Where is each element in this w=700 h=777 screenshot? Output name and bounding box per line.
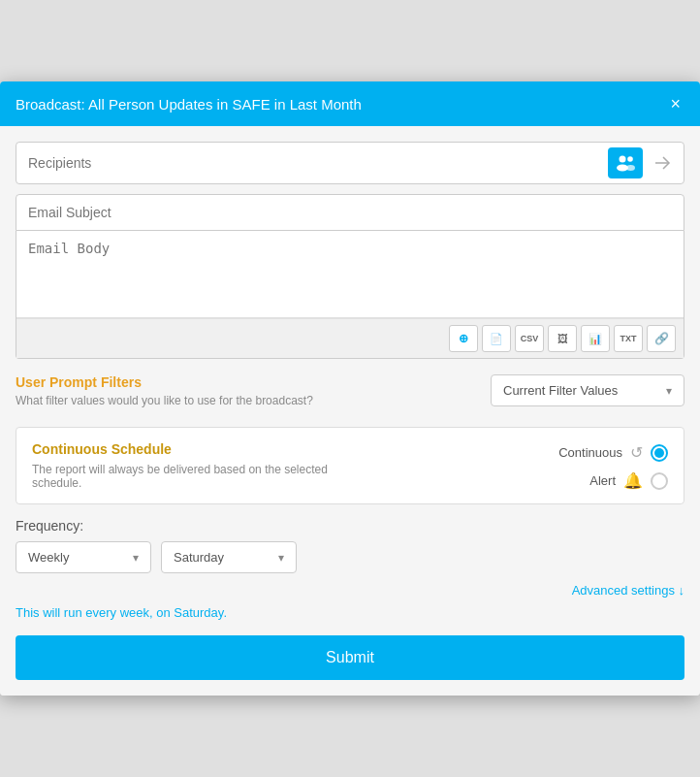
schedule-box-inner: Continuous Schedule The report will alwa… <box>32 441 668 490</box>
run-info: This will run every week, on Saturday. <box>16 605 684 620</box>
xls-icon: 📊 <box>589 333 602 345</box>
schedule-right: Continuous ↺ Alert 🔔 <box>558 441 668 490</box>
email-body-wrapper: ⊕ 📄 CSV 🖼 📊 TXT 🔗 <box>16 231 684 359</box>
link-icon: 🔗 <box>654 332 669 345</box>
frequency-section: Frequency: Weekly ▾ Saturday ▾ <box>16 518 684 573</box>
user-prompt-left: User Prompt Filters What filter values w… <box>16 374 313 407</box>
recipients-icon-group <box>608 147 684 178</box>
advanced-settings-link[interactable]: Advanced settings ↓ <box>572 583 684 598</box>
txt-icon: TXT <box>620 334 637 343</box>
csv-icon: CSV <box>521 334 539 343</box>
recipients-input[interactable] <box>16 147 608 178</box>
alert-label: Alert <box>589 473 616 488</box>
frequency-day-chevron: ▾ <box>278 551 284 565</box>
toolbar-txt-button[interactable]: TXT <box>614 325 643 352</box>
run-info-middle: , on <box>149 605 174 620</box>
people-icon <box>616 154 635 172</box>
svg-point-0 <box>620 156 626 163</box>
continuous-label: Continuous <box>558 445 622 460</box>
schedule-left: Continuous Schedule The report will alwa… <box>32 441 362 490</box>
modal-header: Broadcast: All Person Updates in SAFE in… <box>0 81 700 126</box>
broadcast-modal: Broadcast: All Person Updates in SAFE in… <box>0 81 700 696</box>
alert-radio[interactable] <box>651 472 668 490</box>
run-info-frequency: every week <box>85 605 149 620</box>
email-body-input[interactable] <box>16 231 684 318</box>
toolbar-xls-button[interactable]: 📊 <box>581 325 610 352</box>
filter-dropdown-chevron: ▾ <box>666 384 672 398</box>
close-button[interactable]: × <box>666 95 684 113</box>
toolbar-pdf-button[interactable]: 📄 <box>482 325 511 352</box>
recipients-row <box>16 142 684 184</box>
run-info-prefix: This will run <box>16 605 85 620</box>
alert-bell-icon: 🔔 <box>623 471 643 490</box>
email-subject-input[interactable] <box>16 194 684 231</box>
alert-option-row: Alert 🔔 <box>589 471 668 490</box>
frequency-dropdowns: Weekly ▾ Saturday ▾ <box>16 541 684 573</box>
frequency-label: Frequency: <box>16 518 684 534</box>
frequency-day-dropdown[interactable]: Saturday ▾ <box>161 541 297 573</box>
user-prompt-section: User Prompt Filters What filter values w… <box>16 369 684 413</box>
schedule-box: Continuous Schedule The report will alwa… <box>16 427 684 504</box>
frequency-period-chevron: ▾ <box>133 551 139 565</box>
filter-dropdown-label: Current Filter Values <box>503 383 618 398</box>
schedule-description: The report will always be delivered base… <box>32 463 362 490</box>
user-prompt-description: What filter values would you like to use… <box>16 394 313 407</box>
toolbar-doc-button[interactable]: 🖼 <box>548 325 577 352</box>
send-icon-button[interactable] <box>647 147 678 178</box>
frequency-day-value: Saturday <box>174 550 224 565</box>
user-prompt-title: User Prompt Filters <box>16 374 313 390</box>
continuous-icon: ↺ <box>630 443 643 462</box>
modal-body: ⊕ 📄 CSV 🖼 📊 TXT 🔗 <box>0 126 700 696</box>
frequency-period-dropdown[interactable]: Weekly ▾ <box>16 541 151 573</box>
toolbar-html-button[interactable]: ⊕ <box>449 325 478 352</box>
email-toolbar: ⊕ 📄 CSV 🖼 📊 TXT 🔗 <box>16 318 684 358</box>
frequency-period-value: Weekly <box>28 550 69 565</box>
send-icon <box>653 154 671 172</box>
run-info-day: Saturday <box>174 605 223 620</box>
svg-point-2 <box>627 156 633 162</box>
modal-title: Broadcast: All Person Updates in SAFE in… <box>16 96 362 113</box>
toolbar-csv-button[interactable]: CSV <box>515 325 544 352</box>
schedule-title: Continuous Schedule <box>32 441 362 457</box>
submit-button[interactable]: Submit <box>16 635 684 680</box>
continuous-radio[interactable] <box>651 444 668 462</box>
pdf-icon: 📄 <box>490 333 503 345</box>
doc-icon: 🖼 <box>557 333 568 344</box>
filter-dropdown[interactable]: Current Filter Values ▾ <box>491 374 684 406</box>
recipients-people-button[interactable] <box>608 147 643 178</box>
toolbar-link-button[interactable]: 🔗 <box>647 325 676 352</box>
run-info-suffix: . <box>223 605 227 620</box>
html-icon: ⊕ <box>459 332 468 345</box>
continuous-option-row: Continuous ↺ <box>558 443 668 462</box>
svg-point-3 <box>626 165 635 171</box>
advanced-settings-row: Advanced settings ↓ <box>16 583 684 598</box>
